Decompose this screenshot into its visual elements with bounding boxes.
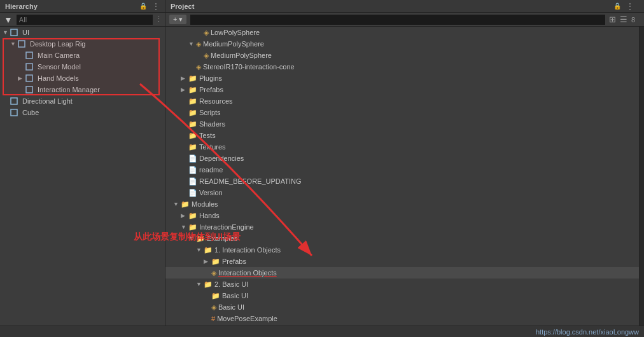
project-title: Project: [171, 3, 194, 10]
project-item-textures[interactable]: 📁 Textures: [165, 141, 639, 153]
tree-item-desktop-leap-rig[interactable]: ▼ Desktop Leap Rig: [0, 38, 165, 50]
label: Plugins: [199, 74, 222, 82]
project-item-mediumpolysphere[interactable]: ▼ ◈ MediumPolySphere: [165, 38, 639, 50]
file-icon: 📄: [188, 155, 197, 163]
label: Hands: [199, 212, 220, 219]
project-item-mediumpolysphere2[interactable]: ◈ MediumPolySphere: [165, 50, 639, 61]
label: Tests: [199, 132, 216, 139]
asset-icon: ◈: [204, 52, 209, 60]
asset-icon: ◈: [196, 40, 201, 48]
project-icon2[interactable]: ☰: [620, 15, 627, 24]
project-item-interaction-objects-folder[interactable]: ▼ 📁 1. Interaction Objects: [165, 244, 639, 256]
project-panel: ◈ LowPolySphere ▼ ◈ MediumPolySphere ◈ M…: [165, 27, 639, 326]
svg-rect-2: [26, 52, 32, 58]
label: Scripts: [199, 109, 221, 116]
project-search-input[interactable]: [190, 15, 605, 25]
project-item-examples[interactable]: ▼ 📁 Examples: [165, 233, 639, 244]
url-link[interactable]: https://blog.csdn.net/xiaoLongww: [536, 328, 639, 336]
hierarchy-add-btn[interactable]: ▼: [3, 15, 14, 25]
folder-icon: 📁: [188, 223, 197, 231]
ui-icon: [10, 27, 20, 38]
project-item-version[interactable]: 📄 Version: [165, 187, 639, 198]
label: Modules: [192, 200, 218, 208]
label: LowPolySphere: [211, 29, 260, 36]
project-item-interaction-engine[interactable]: ▼ 📁 InteractionEngine: [165, 221, 639, 233]
cube-icon: [10, 107, 20, 118]
tree-item-sensor-model[interactable]: Sensor Model: [0, 61, 165, 72]
asset-icon: ◈: [211, 269, 216, 277]
project-item-moveposeexample[interactable]: # MovePoseExample: [165, 313, 639, 324]
label: Version: [199, 189, 223, 196]
hierarchy-options-icon[interactable]: ⋮: [155, 15, 162, 24]
bottom-bar: https://blog.csdn.net/xiaoLongww: [0, 326, 644, 337]
project-item-plugins[interactable]: ▶ 📁 Plugins: [165, 72, 639, 84]
tree-item-hand-models[interactable]: ▶ Hand Models: [0, 72, 165, 84]
project-item-tests[interactable]: 📁 Tests: [165, 130, 639, 141]
hierarchy-search-bar: ▼ ⋮: [0, 13, 165, 26]
project-item-modules[interactable]: ▼ 📁 Modules: [165, 198, 639, 210]
project-item-resources[interactable]: 📁 Resources: [165, 95, 639, 107]
folder-icon: 📁: [211, 258, 220, 266]
hierarchy-menu-icon[interactable]: ⋮: [152, 2, 160, 11]
project-panel-header: Project 🔒 ⋮: [165, 0, 639, 12]
label: Prefabs: [199, 86, 223, 93]
project-item-prefabs2[interactable]: ▶ 📁 Prefabs: [165, 256, 639, 267]
project-toolbar: + ▾ ⊞ ☰ 8: [165, 13, 639, 26]
im-icon: [25, 85, 36, 95]
desktop-label: Desktop Leap Rig: [30, 40, 85, 48]
tree-item-cube[interactable]: Cube: [0, 107, 165, 118]
tree-item-directional-light[interactable]: Directional Light: [0, 95, 165, 107]
project-item-interaction-callbacks-folder[interactable]: ▼ 📁 3. Interaction Callbacks: [165, 324, 639, 326]
project-item-readme-before[interactable]: 📄 README_BEFORE_UPDATING: [165, 175, 639, 187]
camera-icon: [25, 50, 36, 60]
hand-label: Hand Models: [38, 74, 79, 82]
project-add-btn[interactable]: + ▾: [169, 15, 186, 24]
arrow: ▶: [181, 86, 188, 93]
project-item-basic-ui-folder[interactable]: ▼ 📁 2. Basic UI: [165, 279, 639, 290]
label: MediumPolySphere: [211, 52, 272, 59]
folder-icon: 📁: [188, 212, 197, 220]
project-item-readme[interactable]: 📄 readme: [165, 164, 639, 175]
arrow: ▼: [188, 41, 196, 47]
project-item-basic-ui1[interactable]: 📁 Basic UI: [165, 290, 639, 301]
folder-icon: 📁: [181, 200, 190, 209]
label: Textures: [199, 143, 226, 151]
project-item-lowpolysphere[interactable]: ◈ LowPolySphere: [165, 27, 639, 38]
project-item-stereoir[interactable]: ◈ StereoIR170-interaction-cone: [165, 61, 639, 72]
project-item-scripts[interactable]: 📁 Scripts: [165, 107, 639, 118]
project-item-prefabs[interactable]: ▶ 📁 Prefabs: [165, 84, 639, 95]
arrow: ▼: [196, 281, 204, 287]
arrow-desktop: ▼: [10, 41, 18, 47]
svg-rect-1: [18, 41, 25, 47]
project-scrollbar[interactable]: [639, 27, 644, 326]
camera-label: Main Camera: [38, 52, 80, 59]
hierarchy-search-input[interactable]: [17, 15, 153, 25]
dl-icon: [10, 96, 20, 106]
project-icon3[interactable]: 8: [631, 16, 635, 24]
folder-icon: 📁: [211, 292, 220, 300]
svg-rect-4: [26, 75, 32, 81]
folder-icon: 📁: [188, 143, 197, 151]
arrow-ui: ▼: [3, 29, 10, 36]
folder-icon: 📁: [188, 97, 197, 106]
folder-icon: 📁: [188, 132, 197, 140]
label: Resources: [199, 97, 233, 105]
project-menu-icon[interactable]: ⋮: [626, 2, 634, 11]
tree-item-main-camera[interactable]: Main Camera: [0, 50, 165, 61]
hand-icon: [25, 73, 36, 83]
project-item-interaction-objects[interactable]: ◈ Interaction Objects: [165, 267, 639, 279]
project-item-basic-ui2[interactable]: ◈ Basic UI: [165, 301, 639, 313]
inspector-stub2: [639, 13, 644, 26]
project-item-dependencies[interactable]: 📄 Dependencies: [165, 153, 639, 164]
svg-rect-3: [26, 64, 32, 70]
project-lock-icon[interactable]: 🔒: [613, 3, 621, 10]
hierarchy-lock-icon[interactable]: 🔒: [139, 3, 147, 10]
project-icon1[interactable]: ⊞: [609, 15, 616, 24]
tree-item-interaction-manager[interactable]: Interaction Manager: [0, 84, 165, 95]
label: 2. Basic UI: [214, 280, 248, 288]
tree-item-ui[interactable]: ▼ UI: [0, 27, 165, 38]
file-icon: 📄: [188, 166, 197, 174]
project-item-hands[interactable]: ▶ 📁 Hands: [165, 210, 639, 221]
arrow: ▼: [188, 235, 196, 242]
project-item-shaders[interactable]: 📁 Shaders: [165, 118, 639, 130]
